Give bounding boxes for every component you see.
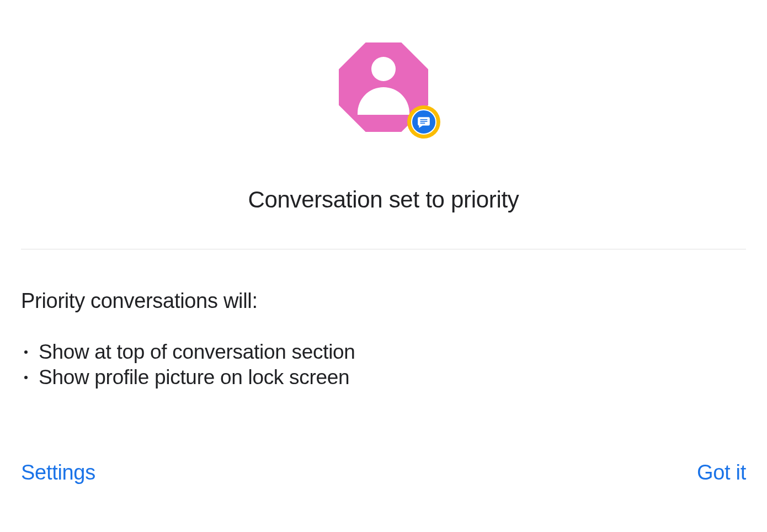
dialog-subtitle: Priority conversations will: <box>21 289 746 313</box>
avatar-container <box>339 42 428 132</box>
bullet-text: Show at top of conversation section <box>39 339 355 365</box>
list-item: Show at top of conversation section <box>21 339 746 365</box>
bullet-icon <box>24 376 28 379</box>
got-it-button[interactable]: Got it <box>697 461 746 485</box>
bullet-text: Show profile picture on lock screen <box>39 365 349 390</box>
messages-badge-inner <box>411 109 436 135</box>
dialog-footer: Settings Got it <box>0 461 767 532</box>
messages-badge <box>407 105 440 139</box>
dialog-header: Conversation set to priority <box>0 0 767 246</box>
dialog-content: Priority conversations will: Show at top… <box>0 249 767 461</box>
dialog-title: Conversation set to priority <box>248 187 519 213</box>
message-icon <box>417 115 431 129</box>
settings-button[interactable]: Settings <box>21 461 95 485</box>
bullet-list: Show at top of conversation section Show… <box>21 339 746 391</box>
bullet-icon <box>24 350 28 354</box>
priority-conversation-dialog: Conversation set to priority Priority co… <box>0 0 767 532</box>
person-icon <box>356 57 411 118</box>
list-item: Show profile picture on lock screen <box>21 365 746 390</box>
